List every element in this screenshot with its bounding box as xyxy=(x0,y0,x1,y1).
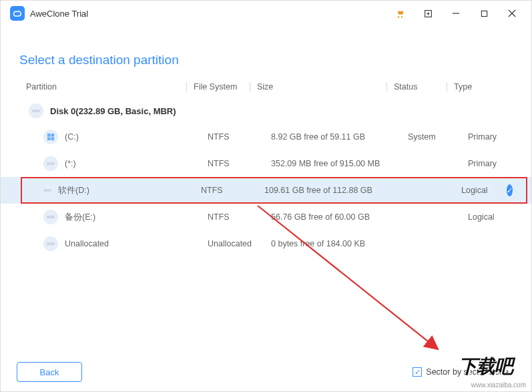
back-button[interactable]: Back xyxy=(17,362,82,382)
partition-icon xyxy=(43,156,58,171)
svg-rect-4 xyxy=(481,11,487,16)
partition-fs: NTFS xyxy=(208,132,271,142)
svg-rect-9 xyxy=(47,137,51,140)
partition-name: 备份(E:) xyxy=(65,212,208,223)
maximize-button[interactable] xyxy=(470,3,498,23)
svg-rect-7 xyxy=(47,134,51,137)
partition-type: Primary xyxy=(468,132,508,142)
partition-icon xyxy=(43,236,58,251)
close-button[interactable] xyxy=(498,3,526,23)
cart-icon[interactable] xyxy=(386,3,414,23)
minimize-button[interactable] xyxy=(442,3,470,23)
partition-name: 软件(D:) xyxy=(58,185,201,196)
partition-row[interactable]: 备份(E:)NTFS56.76 GB free of 60.00 GBLogic… xyxy=(1,204,531,230)
partition-row[interactable]: (C:)NTFS8.92 GB free of 59.11 GBSystemPr… xyxy=(1,124,531,150)
app-title: AweClone Trial xyxy=(30,9,88,19)
partition-icon xyxy=(43,130,58,144)
sector-checkbox-label: Sector by sector clone xyxy=(426,367,509,377)
svg-rect-8 xyxy=(51,134,54,137)
partition-size: 8.92 GB free of 59.11 GB xyxy=(271,132,408,142)
col-type: Type xyxy=(447,82,493,91)
partition-fs: NTFS xyxy=(201,186,264,195)
svg-rect-10 xyxy=(51,137,54,140)
partition-type: Primary xyxy=(468,159,508,168)
bottom-bar: Back ✓ Sector by sector clone xyxy=(1,353,531,391)
col-size: Size xyxy=(250,82,386,91)
col-status: Status xyxy=(386,82,447,91)
partition-icon xyxy=(43,183,51,198)
partition-type: Logical xyxy=(461,186,501,195)
partition-name: (C:) xyxy=(65,132,208,142)
partition-row[interactable]: UnallocatedUnallocated0 bytes free of 18… xyxy=(1,230,531,257)
partition-size: 0 bytes free of 184.00 KB xyxy=(271,239,408,248)
sector-checkbox[interactable]: ✓ Sector by sector clone xyxy=(413,367,509,377)
partition-size: 109.61 GB free of 112.88 GB xyxy=(264,186,401,195)
column-headers: Partition File System Size Status Type xyxy=(1,82,531,98)
partition-name: (*:) xyxy=(65,159,208,168)
app-logo-icon xyxy=(10,6,25,21)
feedback-icon[interactable] xyxy=(414,3,442,23)
disk-icon xyxy=(29,104,43,118)
disk-row[interactable]: Disk 0(232.89 GB, Basic, MBR) xyxy=(1,98,531,124)
checkbox-icon: ✓ xyxy=(413,367,422,377)
col-partition: Partition xyxy=(26,82,186,91)
partition-icon xyxy=(43,210,58,224)
partition-size: 56.76 GB free of 60.00 GB xyxy=(271,212,408,222)
col-filesystem: File System xyxy=(186,82,250,91)
selected-check-icon: ✓ xyxy=(507,184,513,196)
page-title: Select a destination partition xyxy=(1,26,531,82)
partition-row[interactable]: 软件(D:)NTFS109.61 GB free of 112.88 GBLog… xyxy=(1,177,531,204)
partition-row[interactable]: (*:)NTFS352.09 MB free of 915.00 MBPrima… xyxy=(1,150,531,177)
partition-name: Unallocated xyxy=(65,239,208,248)
partition-size: 352.09 MB free of 915.00 MB xyxy=(271,159,408,168)
disk-label: Disk 0(232.89 GB, Basic, MBR) xyxy=(50,106,176,116)
partition-status: System xyxy=(408,132,468,142)
partition-fs: Unallocated xyxy=(208,239,271,248)
titlebar: AweClone Trial xyxy=(1,1,531,26)
partition-fs: NTFS xyxy=(208,159,271,168)
partition-type: Logical xyxy=(468,212,508,222)
partition-fs: NTFS xyxy=(208,212,271,222)
